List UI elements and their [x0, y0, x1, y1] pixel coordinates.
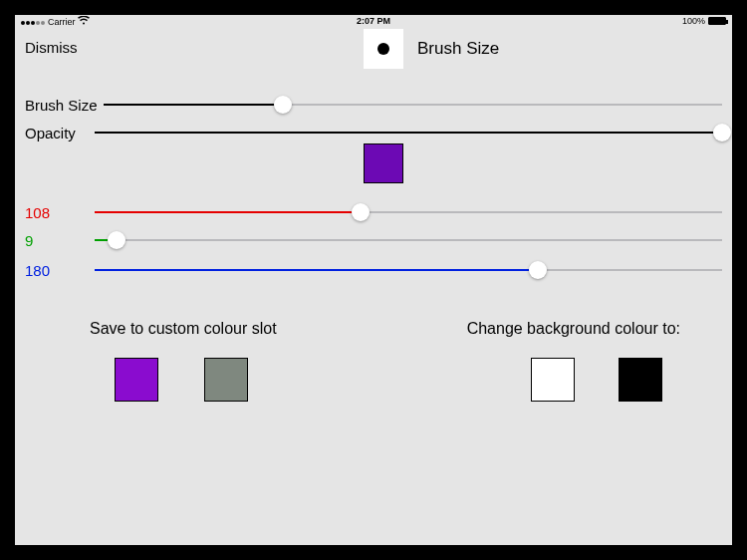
carrier-label: Carrier — [48, 17, 76, 27]
blue-row: 180 — [25, 258, 722, 282]
signal-icon — [21, 17, 46, 27]
opacity-slider[interactable] — [95, 132, 722, 134]
wifi-icon — [78, 16, 90, 27]
brush-size-row: Brush Size — [25, 93, 722, 117]
brush-preview-dot — [377, 43, 389, 55]
blue-slider[interactable] — [95, 269, 722, 271]
bg-black-button[interactable] — [619, 358, 662, 402]
custom-slot-2-button[interactable] — [204, 358, 248, 402]
clock-label: 2:07 PM — [357, 16, 390, 26]
slider-thumb[interactable] — [352, 203, 370, 221]
brush-preview-box — [364, 29, 403, 69]
brush-size-slider[interactable] — [104, 104, 722, 106]
brush-preview-label: Brush Size — [417, 39, 499, 59]
settings-screen: Carrier 2:07 PM 100% Dismiss Brush Size … — [15, 15, 732, 545]
custom-slot-1-button[interactable] — [115, 358, 158, 402]
slider-thumb[interactable] — [274, 96, 292, 114]
bg-white-button[interactable] — [531, 358, 575, 402]
save-slot-label: Save to custom colour slot — [90, 320, 277, 338]
slider-thumb[interactable] — [529, 261, 547, 279]
green-slider[interactable] — [95, 239, 722, 241]
red-slider[interactable] — [95, 211, 722, 213]
color-preview-swatch — [364, 143, 403, 183]
dismiss-button[interactable]: Dismiss — [25, 39, 78, 56]
battery-pct-label: 100% — [682, 16, 705, 26]
brush-size-label: Brush Size — [25, 97, 98, 114]
green-row: 9 — [25, 228, 722, 252]
red-value-label: 108 — [25, 204, 89, 221]
opacity-row: Opacity — [25, 121, 722, 144]
slider-thumb[interactable] — [108, 231, 125, 249]
battery-icon — [708, 17, 726, 25]
red-row: 108 — [25, 200, 722, 224]
green-value-label: 9 — [25, 232, 89, 249]
slider-thumb[interactable] — [713, 124, 731, 141]
opacity-label: Opacity — [25, 125, 89, 141]
status-bar: Carrier 2:07 PM 100% — [15, 15, 732, 29]
bg-color-label: Change background colour to: — [467, 320, 680, 338]
blue-value-label: 180 — [25, 262, 89, 279]
